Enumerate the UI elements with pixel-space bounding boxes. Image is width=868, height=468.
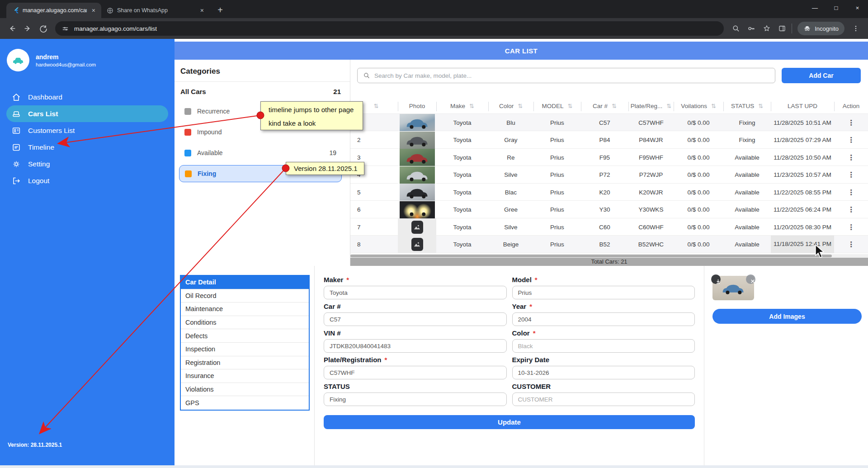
field-input[interactable] (324, 286, 507, 299)
car-photo-thumbnail[interactable] (400, 149, 435, 166)
minimize-button[interactable]: — (804, 0, 826, 15)
car-photo-thumbnail[interactable] (400, 132, 435, 149)
table-row[interactable]: 2 Toyota Gray Prius P84 P84WJR 0/$ 0.00 … (350, 131, 868, 149)
column-header[interactable]: MODEL ⇅ (533, 99, 581, 113)
browser-tab-active[interactable]: manager.alugago.com/cars/list × (6, 3, 101, 18)
table-row[interactable]: 6 Toyota Gree Prius Y30 Y30WKS 0/$ 0.00 … (350, 201, 868, 218)
column-header[interactable]: Photo ⇅ (398, 99, 436, 113)
column-header[interactable]: Plate/Reg... ⇅ (628, 99, 674, 113)
side-panel-icon[interactable] (774, 21, 790, 36)
reload-button[interactable] (35, 21, 51, 36)
photo-cell[interactable] (398, 114, 436, 132)
sort-icon[interactable]: ⇅ (758, 103, 763, 109)
detail-menu-item[interactable]: Insurance (181, 369, 309, 383)
photo-cell[interactable] (398, 218, 436, 236)
scrollbar-thumb[interactable] (350, 255, 832, 257)
photo-cell[interactable] (398, 236, 436, 253)
field-input[interactable] (512, 366, 695, 379)
table-row[interactable]: 8 Toyota Beige Prius B52 B52WHC 0/$ 0.00… (350, 236, 868, 253)
site-info-icon[interactable] (61, 25, 69, 33)
sidebar-item[interactable]: Customers List (0, 122, 175, 139)
row-actions-menu-icon[interactable]: ⋮ (834, 240, 868, 249)
field-input[interactable] (324, 339, 507, 353)
sort-icon[interactable]: ⇅ (666, 103, 671, 109)
maximize-button[interactable]: □ (826, 0, 847, 15)
address-bar[interactable]: manager.alugago.com/cars/list (55, 21, 724, 36)
car-photo-thumbnail[interactable] (400, 114, 435, 131)
sort-icon[interactable]: ⇅ (518, 103, 523, 109)
close-window-button[interactable]: × (847, 0, 868, 15)
all-cars-row[interactable]: All Cars 21 (175, 82, 350, 97)
back-button[interactable] (5, 21, 20, 36)
table-row[interactable]: 4 Toyota Silve Prius P72 P72WJP 0/$ 0.00… (350, 166, 868, 184)
field-input[interactable] (324, 366, 507, 379)
add-images-button[interactable]: Add Images (712, 309, 862, 324)
car-photo-thumbnail[interactable] (400, 201, 435, 218)
row-actions-menu-icon[interactable]: ⋮ (834, 205, 868, 214)
table-row[interactable]: 7 Toyota Silve Prius C60 C60WHF 0/$ 0.00… (350, 218, 868, 236)
forward-button[interactable] (20, 21, 35, 36)
download-image-icon[interactable] (711, 274, 721, 284)
detail-menu-item[interactable]: GPS (181, 396, 309, 410)
detail-menu-item[interactable]: Oil Record (181, 289, 309, 303)
sidebar-item[interactable]: Dashboard (0, 89, 175, 105)
sort-icon[interactable]: ⇅ (469, 103, 474, 109)
sidebar-item[interactable]: Setting (0, 156, 175, 172)
tab-close-icon[interactable]: × (90, 7, 97, 14)
field-input[interactable] (512, 392, 695, 406)
table-row[interactable]: 3 Toyota Re Prius F95 F95WHF 0/$ 0.00 Av… (350, 149, 868, 166)
row-actions-menu-icon[interactable]: ⋮ (834, 188, 868, 197)
detail-menu-item[interactable]: Defects (181, 329, 309, 343)
photo-cell[interactable] (398, 131, 436, 149)
zoom-icon[interactable] (728, 21, 744, 36)
sidebar-item[interactable]: Timeline (0, 139, 175, 156)
table-row[interactable]: 5 Toyota Blac Prius K20 K20WJR 0/$ 0.00 … (350, 184, 868, 201)
detail-menu-item[interactable]: Maintenance (181, 303, 309, 316)
search-input[interactable] (374, 72, 769, 79)
car-photo-thumbnail[interactable] (400, 166, 435, 184)
search-box[interactable] (357, 68, 775, 83)
sort-icon[interactable]: ⇅ (374, 103, 379, 109)
horizontal-scrollbar[interactable] (350, 254, 868, 258)
detail-menu-item[interactable]: Inspection (181, 343, 309, 356)
sort-icon[interactable]: ⇅ (612, 103, 617, 109)
sort-icon[interactable]: ⇅ (568, 103, 573, 109)
field-input[interactable] (512, 286, 695, 299)
new-tab-button[interactable]: + (214, 5, 226, 15)
row-actions-menu-icon[interactable]: ⋮ (834, 153, 868, 162)
update-button[interactable]: Update (324, 415, 695, 429)
row-actions-menu-icon[interactable]: ⋮ (834, 170, 868, 179)
sort-icon[interactable]: ⇅ (711, 103, 716, 109)
field-input[interactable] (324, 392, 507, 406)
table-row[interactable]: 1 Toyota Blu Prius C57 C57WHF 0/$ 0.00 F… (350, 114, 868, 132)
column-header[interactable]: Make ⇅ (436, 99, 488, 113)
sidebar-item[interactable]: Logout (0, 172, 175, 189)
field-input[interactable] (512, 339, 695, 353)
browser-tab-whatsapp[interactable]: Share on WhatsApp × (101, 3, 210, 18)
column-header[interactable]: STATUS ⇅ (723, 99, 771, 113)
password-key-icon[interactable] (744, 21, 759, 36)
row-actions-menu-icon[interactable]: ⋮ (834, 136, 868, 144)
row-actions-menu-icon[interactable]: ⋮ (834, 223, 868, 232)
photo-cell[interactable] (398, 149, 436, 166)
detail-menu-item[interactable]: Registration (181, 356, 309, 370)
bookmark-star-icon[interactable] (759, 21, 774, 36)
detail-menu-item[interactable]: Car Detail (181, 276, 309, 289)
column-header[interactable]: Voilations ⇅ (674, 99, 723, 113)
photo-cell[interactable] (398, 184, 436, 201)
column-header[interactable]: Action ⇅ (834, 99, 868, 113)
browser-menu-icon[interactable] (848, 21, 863, 36)
field-input[interactable] (512, 312, 695, 326)
category-row[interactable]: Available 19 (184, 142, 350, 163)
field-input[interactable] (324, 312, 507, 326)
column-header[interactable]: LAST UPD ⇅ (771, 99, 834, 113)
remove-image-icon[interactable] (746, 274, 755, 284)
column-header[interactable]: Car # ⇅ (581, 99, 628, 113)
photo-cell[interactable] (398, 201, 436, 218)
add-car-button[interactable]: Add Car (782, 68, 861, 83)
detail-menu-item[interactable]: Conditions (181, 316, 309, 330)
photo-cell[interactable] (398, 166, 436, 184)
column-header[interactable]: Color ⇅ (488, 99, 533, 113)
detail-menu-item[interactable]: Violations (181, 383, 309, 397)
car-image-thumbnail[interactable] (712, 276, 754, 300)
